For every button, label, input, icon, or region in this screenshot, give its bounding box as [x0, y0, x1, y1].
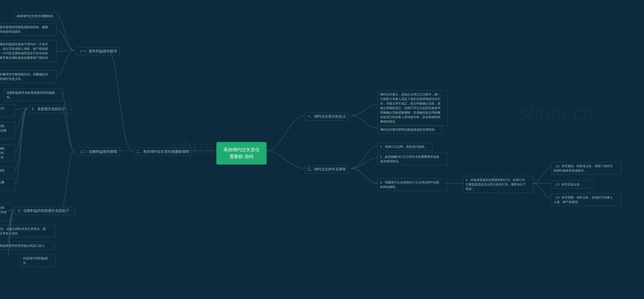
branch-compensation[interactable]: 二、承担缔约过失责任需要赔偿吗 [133, 148, 192, 156]
leaf-s1-c0: 承担缔约过失责任需要赔偿。 [14, 12, 59, 20]
sub-inherent-interest[interactable]: （一）固有利益损失赔偿 [75, 47, 120, 55]
leaf-s1-c1: 固有利益损失赔偿的范围是指赔偿身体、健康 生命丧失等的损害或损失。 [0, 23, 57, 36]
leaf-d1-e5: (5)缔约费用、准备履约和实际履行等支出费 用所失去的利息等。 [0, 178, 15, 191]
leaf-d2-e1: (1)因信赖合同有效成立而放弃的获利机会损 失，比如本可以跟其他人订立合同，但因… [0, 204, 14, 221]
leaf-d2-e4: (4)其他可得利益损失。 [20, 254, 55, 267]
leaf-s2-c0: 信赖利益损失包括直接损失和间接损失。 [4, 89, 63, 101]
leaf-case-2: 2、故意隐瞒与订立合同有关的重要事实或者 提供虚假情况。 [377, 153, 448, 165]
leaf-d2-e2: (2)利润损失，比如为缔约没有正常营业，因 此丧失的正常收入损失; [0, 225, 55, 237]
leaf-d1-e3: (3)缔约过失导致合同无效、被变更或被撤销 所造成的实际损失，比如共有房屋买卖合… [0, 144, 15, 162]
leaf-case-4-2: （2）未尽告知义务。 [551, 180, 594, 188]
leaf-d2-e3: (3)因身体受到伤害而减少的误工收入; [0, 242, 55, 250]
leaf-d1-e1: (1)缔约费用，如约定土地转让合同，买方为 订约赴实地考察所支付的合理费用; [0, 104, 15, 117]
leaf-case-1: 1、假借订立合同，恶意进行磋商。 [377, 143, 433, 151]
leaf-s1-c2: 一般地，固有利益损失是由于缔约对一方未尽 保护义务，给过方造成的人身权、财产权的… [0, 40, 57, 62]
sub-reliance-interest[interactable]: （二）信赖利益损失赔偿 [75, 148, 120, 156]
center-topic[interactable]: 承担缔约过失责任需要赔 偿吗 [216, 142, 267, 165]
leaf-definition-text: 缔约过失责任，是指在合同订立过程中，因一 方或双方当事人违反了诚实信用原则的过失… [377, 90, 448, 126]
leaf-case-3: 3、泄露或不正当使用在订立合同过程中知悉 的商业秘密。 [377, 178, 448, 191]
leaf-case-4-3: （3）未尽照顾、保护义务，造成对方当事人 人身、财产的损害。 [551, 193, 621, 206]
watermark: shutu.cn [518, 101, 594, 124]
branch-common-cases[interactable]: 三、缔约过失的常见情形 [304, 165, 349, 173]
leaf-definition-basis: 缔约过失责任的理论根据是诚实信用原则。 [377, 126, 443, 134]
leaf-d1-e2: (2)准备履约和实际履约所支付的费用，如按 买方要求直接运输货物到签约地所负担的… [0, 122, 15, 139]
leaf-case-4-1: （1）未尽通知、协助等义务，增加了相对方 的缔约成本而造成损失。 [551, 162, 621, 175]
sub-direct-loss[interactable]: 1、直接损失包括以下： [29, 105, 72, 113]
sub-indirect-loss[interactable]: 2、信赖利益的间接损失包括如下： [15, 207, 75, 215]
leaf-d1-e4: (4)身体受到伤害所支付的医疗费等合同费用; [0, 167, 15, 175]
branch-definition[interactable]: 一、缔约过失责任的定义 [304, 113, 349, 121]
leaf-case-4[interactable]: 4、其他违背诚实信用原则的行为。这类行为 主要是指违反先合同义务的行为，通常有以… [463, 176, 533, 193]
leaf-s1-c3: 不过，因此要求对方赔偿损失的，得要确定对 方是否尽到保护注意义务。 [0, 70, 57, 83]
